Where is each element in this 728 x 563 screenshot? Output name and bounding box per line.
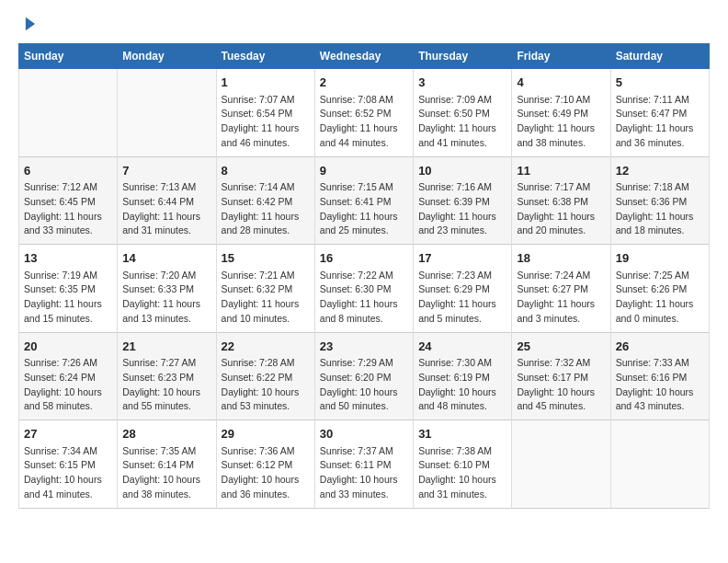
col-header-saturday: Saturday — [610, 44, 709, 69]
page-container: SundayMondayTuesdayWednesdayThursdayFrid… — [0, 0, 728, 527]
sunset-text: Sunset: 6:27 PM — [517, 282, 605, 297]
calendar-cell: 16Sunrise: 7:22 AMSunset: 6:30 PMDayligh… — [314, 245, 413, 333]
sunrise-text: Sunrise: 7:12 AM — [24, 180, 112, 195]
daylight-text: Daylight: 10 hours and 43 minutes. — [616, 385, 704, 415]
sunrise-text: Sunrise: 7:09 AM — [418, 93, 506, 108]
sunrise-text: Sunrise: 7:34 AM — [24, 444, 112, 459]
sunrise-text: Sunrise: 7:08 AM — [320, 93, 408, 108]
calendar-cell — [512, 420, 610, 509]
calendar-cell: 17Sunrise: 7:23 AMSunset: 6:29 PMDayligh… — [414, 245, 512, 333]
calendar-cell: 14Sunrise: 7:20 AMSunset: 6:33 PMDayligh… — [118, 245, 216, 333]
daylight-text: Daylight: 10 hours and 41 minutes. — [24, 473, 112, 502]
day-number: 10 — [418, 162, 506, 180]
sunset-text: Sunset: 6:39 PM — [418, 195, 506, 210]
daylight-text: Daylight: 11 hours and 15 minutes. — [24, 297, 112, 327]
daylight-text: Daylight: 11 hours and 44 minutes. — [320, 121, 408, 151]
week-row-1: 1Sunrise: 7:07 AMSunset: 6:54 PMDaylight… — [19, 69, 710, 157]
col-header-thursday: Thursday — [414, 44, 512, 69]
daylight-text: Daylight: 11 hours and 25 minutes. — [320, 210, 408, 239]
daylight-text: Daylight: 10 hours and 45 minutes. — [517, 385, 605, 415]
day-number: 21 — [122, 338, 210, 356]
daylight-text: Daylight: 10 hours and 33 minutes. — [320, 473, 408, 502]
sunrise-text: Sunrise: 7:32 AM — [517, 356, 605, 371]
sunrise-text: Sunrise: 7:25 AM — [616, 269, 704, 283]
calendar-cell: 1Sunrise: 7:07 AMSunset: 6:54 PMDaylight… — [216, 69, 314, 157]
calendar-cell: 19Sunrise: 7:25 AMSunset: 6:26 PMDayligh… — [610, 245, 709, 333]
daylight-text: Daylight: 11 hours and 10 minutes. — [222, 297, 310, 327]
sunrise-text: Sunrise: 7:35 AM — [122, 444, 210, 459]
daylight-text: Daylight: 10 hours and 55 minutes. — [122, 385, 210, 415]
calendar-header-row: SundayMondayTuesdayWednesdayThursdayFrid… — [19, 44, 710, 69]
sunset-text: Sunset: 6:15 PM — [24, 458, 112, 473]
daylight-text: Daylight: 11 hours and 41 minutes. — [418, 121, 506, 151]
day-number: 17 — [418, 249, 506, 268]
calendar-cell — [118, 69, 216, 157]
sunset-text: Sunset: 6:29 PM — [418, 282, 506, 297]
day-number: 14 — [122, 249, 210, 268]
daylight-text: Daylight: 10 hours and 31 minutes. — [418, 473, 506, 502]
calendar-cell: 29Sunrise: 7:36 AMSunset: 6:12 PMDayligh… — [216, 420, 314, 509]
sunrise-text: Sunrise: 7:07 AM — [222, 93, 310, 108]
calendar-cell: 28Sunrise: 7:35 AMSunset: 6:14 PMDayligh… — [118, 420, 216, 509]
day-number: 29 — [222, 425, 310, 443]
daylight-text: Daylight: 11 hours and 33 minutes. — [24, 210, 112, 239]
daylight-text: Daylight: 11 hours and 13 minutes. — [122, 297, 210, 327]
sunset-text: Sunset: 6:52 PM — [320, 107, 408, 121]
col-header-monday: Monday — [118, 44, 216, 69]
day-number: 15 — [222, 249, 310, 268]
week-row-4: 20Sunrise: 7:26 AMSunset: 6:24 PMDayligh… — [19, 332, 710, 420]
day-number: 19 — [616, 249, 704, 268]
day-number: 31 — [418, 425, 506, 443]
calendar-cell: 20Sunrise: 7:26 AMSunset: 6:24 PMDayligh… — [19, 332, 118, 420]
daylight-text: Daylight: 11 hours and 20 minutes. — [517, 210, 605, 239]
sunset-text: Sunset: 6:20 PM — [320, 371, 408, 385]
sunset-text: Sunset: 6:19 PM — [418, 371, 506, 385]
sunrise-text: Sunrise: 7:26 AM — [24, 356, 112, 371]
daylight-text: Daylight: 10 hours and 50 minutes. — [320, 385, 408, 415]
sunset-text: Sunset: 6:38 PM — [517, 195, 605, 210]
daylight-text: Daylight: 11 hours and 38 minutes. — [517, 121, 605, 151]
sunrise-text: Sunrise: 7:38 AM — [418, 444, 506, 459]
sunset-text: Sunset: 6:32 PM — [222, 282, 310, 297]
day-number: 13 — [24, 249, 112, 268]
calendar-cell: 4Sunrise: 7:10 AMSunset: 6:49 PMDaylight… — [512, 69, 610, 157]
header — [18, 14, 710, 34]
week-row-3: 13Sunrise: 7:19 AMSunset: 6:35 PMDayligh… — [19, 245, 710, 333]
daylight-text: Daylight: 10 hours and 36 minutes. — [222, 473, 310, 502]
day-number: 8 — [222, 162, 310, 180]
sunset-text: Sunset: 6:50 PM — [418, 107, 506, 121]
sunrise-text: Sunrise: 7:20 AM — [122, 269, 210, 283]
daylight-text: Daylight: 11 hours and 0 minutes. — [616, 297, 704, 327]
calendar-cell: 24Sunrise: 7:30 AMSunset: 6:19 PMDayligh… — [414, 332, 512, 420]
calendar-cell: 21Sunrise: 7:27 AMSunset: 6:23 PMDayligh… — [118, 332, 216, 420]
sunset-text: Sunset: 6:26 PM — [616, 282, 704, 297]
sunrise-text: Sunrise: 7:18 AM — [616, 180, 704, 195]
daylight-text: Daylight: 10 hours and 48 minutes. — [418, 385, 506, 415]
day-number: 25 — [517, 338, 605, 356]
sunrise-text: Sunrise: 7:30 AM — [418, 356, 506, 371]
sunrise-text: Sunrise: 7:16 AM — [418, 180, 506, 195]
sunrise-text: Sunrise: 7:36 AM — [222, 444, 310, 459]
calendar-cell: 18Sunrise: 7:24 AMSunset: 6:27 PMDayligh… — [512, 245, 610, 333]
sunset-text: Sunset: 6:35 PM — [24, 282, 112, 297]
col-header-sunday: Sunday — [19, 44, 118, 69]
calendar-cell: 27Sunrise: 7:34 AMSunset: 6:15 PMDayligh… — [19, 420, 118, 509]
sunset-text: Sunset: 6:14 PM — [122, 458, 210, 473]
day-number: 16 — [320, 249, 408, 268]
day-number: 27 — [24, 425, 112, 443]
sunset-text: Sunset: 6:36 PM — [616, 195, 704, 210]
day-number: 28 — [122, 425, 210, 443]
day-number: 3 — [418, 74, 506, 92]
calendar-cell — [610, 420, 709, 509]
calendar-table: SundayMondayTuesdayWednesdayThursdayFrid… — [18, 43, 710, 509]
week-row-5: 27Sunrise: 7:34 AMSunset: 6:15 PMDayligh… — [19, 420, 710, 509]
calendar-cell: 30Sunrise: 7:37 AMSunset: 6:11 PMDayligh… — [314, 420, 413, 509]
calendar-cell: 31Sunrise: 7:38 AMSunset: 6:10 PMDayligh… — [414, 420, 512, 509]
daylight-text: Daylight: 11 hours and 36 minutes. — [616, 121, 704, 151]
calendar-cell: 5Sunrise: 7:11 AMSunset: 6:47 PMDaylight… — [610, 69, 709, 157]
day-number: 11 — [517, 162, 605, 180]
sunrise-text: Sunrise: 7:15 AM — [320, 180, 408, 195]
day-number: 2 — [320, 74, 408, 92]
calendar-cell: 13Sunrise: 7:19 AMSunset: 6:35 PMDayligh… — [19, 245, 118, 333]
sunset-text: Sunset: 6:49 PM — [517, 107, 605, 121]
